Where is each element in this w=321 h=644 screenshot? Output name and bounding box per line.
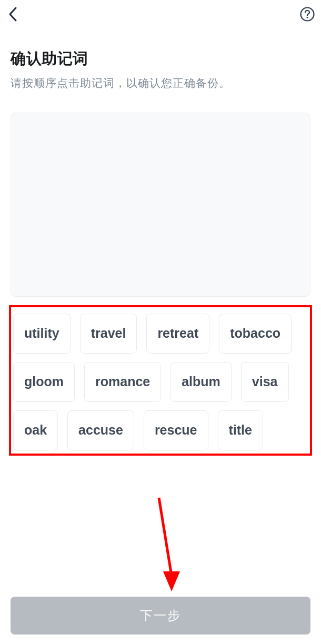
word-chip-title[interactable]: title [218, 410, 263, 450]
next-button-label: 下一步 [140, 607, 181, 624]
help-icon [299, 6, 315, 22]
word-chip-retreat[interactable]: retreat [146, 314, 209, 354]
back-button[interactable] [3, 4, 24, 25]
svg-line-2 [159, 498, 172, 576]
word-chip-romance[interactable]: romance [84, 362, 161, 402]
chevron-left-icon [8, 6, 19, 22]
word-chip-visa[interactable]: visa [241, 362, 289, 402]
word-chip-utility[interactable]: utility [13, 314, 71, 354]
arrow-annotation [156, 497, 187, 597]
word-bank: utilitytravelretreattobaccogloomromancea… [13, 314, 308, 450]
next-button[interactable]: 下一步 [11, 597, 310, 635]
word-chip-travel[interactable]: travel [80, 314, 137, 354]
svg-marker-3 [163, 571, 180, 591]
word-chip-tobacco[interactable]: tobacco [219, 314, 292, 354]
word-chip-gloom[interactable]: gloom [13, 362, 75, 402]
help-button[interactable] [297, 4, 318, 25]
selected-words-area[interactable] [11, 113, 310, 297]
word-chip-album[interactable]: album [170, 362, 232, 402]
word-chip-rescue[interactable]: rescue [144, 410, 208, 450]
word-chip-accuse[interactable]: accuse [67, 410, 134, 450]
page-subtitle: 请按顺序点击助记词，以确认您正确备份。 [11, 75, 310, 92]
word-chip-oak[interactable]: oak [13, 410, 58, 450]
word-bank-highlight: utilitytravelretreattobaccogloomromancea… [9, 305, 312, 456]
svg-point-1 [307, 17, 308, 18]
page-title: 确认助记词 [11, 48, 310, 69]
